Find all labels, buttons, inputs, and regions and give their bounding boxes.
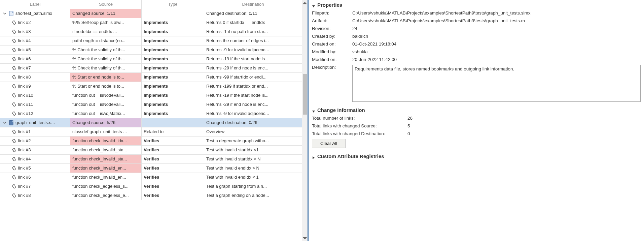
link-source[interactable]: function check_invalid_idx... [70,136,142,145]
link-destination[interactable]: Returns -19 if the start node is... [204,54,302,63]
link-destination[interactable]: Test with invalid endIdx < 1 [204,173,302,182]
link-label[interactable]: link #4 [18,38,31,43]
link-type[interactable]: Implements [142,100,204,109]
link-type[interactable]: Implements [142,18,204,27]
link-label[interactable]: link #7 [18,65,31,70]
col-header-label[interactable]: Label [0,0,70,9]
link-destination[interactable]: Test with invalid endIdx > N [204,163,302,173]
link-label[interactable]: link #4 [18,156,31,161]
link-type[interactable]: Implements [142,82,204,91]
link-source[interactable]: function check_invalid_sta... [70,154,142,163]
link-destination[interactable]: Returns -9 for invalid adjacenc... [204,45,302,54]
link-destination[interactable]: Returns -9 for invalid adjacenc... [204,109,302,118]
link-label[interactable]: link #5 [18,165,31,171]
link-destination[interactable]: Returns -199 if startIdx or end... [204,82,302,91]
link-type[interactable]: Related to [142,127,204,136]
link-label[interactable]: link #11 [18,102,33,107]
link-source[interactable]: pathLength = distance(no... [70,36,142,45]
group-dest-summary[interactable]: Changed destination: 0/11 [204,9,302,18]
group-source-summary[interactable]: Changed source: 5/26 [70,118,142,127]
link-label[interactable]: link #8 [18,74,31,80]
link-label[interactable]: link #3 [18,147,31,152]
link-source[interactable]: function check_edgeless_e... [70,191,142,200]
scroll-thumb[interactable] [303,74,307,115]
link-source[interactable]: % Check the validity of th... [70,54,142,63]
col-header-source[interactable]: Source [70,0,142,9]
link-type[interactable]: Verifies [142,173,204,182]
link-source[interactable]: function out = isNodeVali... [70,91,142,100]
link-label[interactable]: link #8 [18,193,31,198]
link-source[interactable]: function out = isAdjMatrix... [70,109,142,118]
group-type[interactable] [142,9,204,18]
link-destination[interactable]: Returns -29 if end node is enc... [204,63,302,72]
link-type[interactable]: Implements [142,72,204,82]
link-destination[interactable]: Returns 0 if startIdx == endIdx [204,18,302,27]
description-textarea[interactable]: Requirements data file, stores named boo… [352,65,641,102]
link-type[interactable]: Implements [142,36,204,45]
link-source[interactable]: function check_invalid_sta... [70,145,142,154]
link-destination[interactable]: Test a graph ending on a node... [204,191,302,200]
link-label[interactable]: link #10 [18,93,33,98]
link-destination[interactable]: Test with invalid startIdx > N [204,154,302,163]
link-label[interactable]: link #6 [18,175,31,180]
link-source[interactable]: function check_invalid_en... [70,173,142,182]
link-type[interactable]: Implements [142,91,204,100]
link-label[interactable]: link #5 [18,47,31,52]
link-label[interactable]: link #2 [18,138,31,143]
link-destination[interactable]: Test a graph starting from a n... [204,182,302,191]
link-destination[interactable]: Test a degenerate graph witho... [204,136,302,145]
link-type[interactable]: Implements [142,27,204,36]
vertical-scrollbar[interactable] [302,0,308,241]
col-header-destination[interactable]: Destination [204,0,302,9]
group-type[interactable] [142,118,204,127]
scroll-up-arrow-icon[interactable] [302,0,308,6]
link-destination[interactable]: Returns -1 if no path from star... [204,27,302,36]
link-destination[interactable]: Overview [204,127,302,136]
link-source[interactable]: % Start or end node is to... [70,82,142,91]
link-source[interactable]: function check_edgeless_s... [70,182,142,191]
group-source-summary[interactable]: Changed source: 1/11 [70,9,142,18]
link-label[interactable]: link #7 [18,184,31,189]
link-source[interactable]: % Check the validity of th... [70,45,142,54]
link-label[interactable]: link #1 [18,129,31,134]
link-destination[interactable]: Returns -99 if startIdx or endI... [204,72,302,82]
group-dest-summary[interactable]: Changed destination: 0/26 [204,118,302,127]
link-source[interactable]: % Start or end node is to... [70,72,142,82]
link-destination[interactable]: Test with invalid startIdx <1 [204,145,302,154]
link-label[interactable]: link #3 [18,29,31,34]
link-type[interactable]: Verifies [142,182,204,191]
link-type[interactable]: Implements [142,63,204,72]
link-label[interactable]: link #9 [18,84,31,89]
link-type[interactable]: Verifies [142,163,204,173]
col-header-type[interactable]: Type [142,0,204,9]
group-label[interactable]: graph_unit_tests.s... [15,120,55,125]
section-header-properties[interactable]: Properties [309,0,644,10]
link-source[interactable]: %% Self-loop path is alw... [70,18,142,27]
section-header-custom-attr[interactable]: Custom Attribute Registries [309,151,644,161]
section-header-change-info[interactable]: Change Information [309,105,644,115]
link-label[interactable]: link #6 [18,56,31,61]
link-source[interactable]: classdef graph_unit_tests ... [70,127,142,136]
link-type[interactable]: Implements [142,54,204,63]
clear-all-button[interactable]: Clear All [312,139,346,148]
link-source[interactable]: if nodeIdx == endIdx ... [70,27,142,36]
link-destination[interactable]: Returns -29 if end node is enc... [204,100,302,109]
link-type[interactable]: Verifies [142,154,204,163]
link-source[interactable]: function check_invalid_en... [70,163,142,173]
link-type[interactable]: Implements [142,45,204,54]
link-destination[interactable]: Returns -19 if the start node is... [204,91,302,100]
link-source[interactable]: function out = isNodeVali... [70,100,142,109]
scroll-down-arrow-icon[interactable] [302,235,308,241]
link-destination[interactable]: Returns the number of edges i... [204,36,302,45]
link-type[interactable]: Verifies [142,191,204,200]
expander-icon[interactable] [2,121,7,124]
link-source[interactable]: % Check the validity of th... [70,63,142,72]
link-type[interactable]: Implements [142,109,204,118]
group-label[interactable]: shortest_path.slmx [15,11,52,16]
link-label[interactable]: link #2 [18,20,31,25]
expander-icon[interactable] [2,12,7,15]
collapse-icon [312,109,315,112]
link-type[interactable]: Verifies [142,145,204,154]
link-label[interactable]: link #12 [18,111,33,116]
link-type[interactable]: Verifies [142,136,204,145]
